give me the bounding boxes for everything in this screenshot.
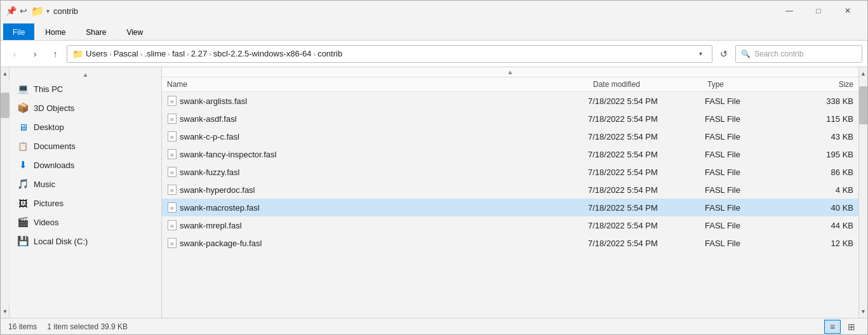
file-icon: ▤ xyxy=(167,185,177,195)
file-type: FASL File xyxy=(705,203,787,213)
file-icon-img: ▤ xyxy=(168,238,177,248)
table-row[interactable]: ▤swank-fancy-inspector.fasl7/18/2022 5:5… xyxy=(162,145,858,163)
right-scroll-thumb xyxy=(859,86,868,124)
sep6: › xyxy=(313,50,316,58)
file-name: swank-arglists.fasl xyxy=(180,96,585,106)
tab-file[interactable]: File xyxy=(3,23,34,40)
folder-address-icon: 📁 xyxy=(72,49,83,59)
breadcrumb-227: 2.27 xyxy=(191,49,207,58)
sidebar-item-this-pc[interactable]: 💻 This PC xyxy=(10,79,161,98)
address-dropdown-icon[interactable]: ▾ xyxy=(694,50,707,57)
sep5: › xyxy=(209,50,211,58)
file-name: swank-c-p-c.fasl xyxy=(180,132,585,141)
table-row[interactable]: ▤swank-package-fu.fasl7/18/2022 5:54 PMF… xyxy=(162,234,858,252)
refresh-button[interactable]: ↺ xyxy=(715,45,733,63)
file-name: swank-package-fu.fasl xyxy=(180,239,585,248)
file-name: swank-asdf.fasl xyxy=(180,114,585,124)
file-icon-img: ▤ xyxy=(168,202,177,213)
scroll-up-arrow[interactable]: ▲ xyxy=(1,67,10,80)
file-size: 195 KB xyxy=(790,150,853,159)
undo-icon[interactable]: ↩ xyxy=(18,6,29,16)
table-row[interactable]: ▤swank-hyperdoc.fasl7/18/2022 5:54 PMFAS… xyxy=(162,181,858,199)
file-icon: ▤ xyxy=(167,149,177,159)
table-row[interactable]: ▤swank-mrepl.fasl7/18/2022 5:54 PMFASL F… xyxy=(162,216,858,234)
sidebar-item-pictures[interactable]: 🖼 Pictures xyxy=(10,194,161,213)
breadcrumb-fasl: fasl xyxy=(172,49,185,58)
sidebar-item-documents[interactable]: 📋 Documents xyxy=(10,136,161,155)
table-row[interactable]: ▤swank-macrostep.fasl7/18/2022 5:54 PMFA… xyxy=(162,199,858,216)
table-row[interactable]: ▤swank-arglists.fasl7/18/2022 5:54 PMFAS… xyxy=(162,92,858,110)
desktop-label: Desktop xyxy=(34,122,64,132)
file-name: swank-fuzzy.fasl xyxy=(180,168,585,177)
right-scroll-track xyxy=(859,80,868,305)
sep2: › xyxy=(140,50,143,58)
minimize-button[interactable]: — xyxy=(775,1,804,21)
sidebar-item-downloads[interactable]: ⬇ Downloads xyxy=(10,155,161,174)
maximize-button[interactable]: □ xyxy=(804,1,833,21)
col-header-name[interactable]: Name xyxy=(167,80,593,89)
file-date: 7/18/2022 5:54 PM xyxy=(588,114,702,124)
forward-button[interactable]: › xyxy=(26,45,44,63)
music-label: Music xyxy=(34,180,55,189)
table-row[interactable]: ▤swank-asdf.fasl7/18/2022 5:54 PMFASL Fi… xyxy=(162,110,858,128)
this-pc-icon: 💻 xyxy=(17,83,29,95)
file-size: 12 KB xyxy=(790,239,853,248)
file-icon: ▤ xyxy=(167,220,177,230)
desktop-icon: 🖥 xyxy=(17,121,29,133)
col-header-type[interactable]: Type xyxy=(707,80,790,89)
col-header-size[interactable]: Size xyxy=(790,80,853,89)
scroll-down-arrow[interactable]: ▼ xyxy=(1,305,10,318)
sidebar: ▲ 💻 This PC 📦 3D Objects 🖥 Desktop 📋 Doc… xyxy=(10,67,162,318)
file-date: 7/18/2022 5:54 PM xyxy=(588,168,702,177)
view-controls: ≡ ⊞ xyxy=(824,320,860,334)
breadcrumb-contrib: contrib xyxy=(317,49,342,58)
file-date: 7/18/2022 5:54 PM xyxy=(588,203,702,213)
right-scroll-down[interactable]: ▼ xyxy=(859,305,868,318)
file-type: FASL File xyxy=(705,185,787,195)
tab-view[interactable]: View xyxy=(117,23,152,40)
file-date: 7/18/2022 5:54 PM xyxy=(588,132,702,141)
file-size: 86 KB xyxy=(790,168,853,177)
col-header-date[interactable]: Date modified xyxy=(593,80,707,89)
file-icon: ▤ xyxy=(167,238,177,248)
file-icon: ▤ xyxy=(167,131,177,141)
address-bar[interactable]: 📁 Users › Pascal › .slime › fasl › 2.27 … xyxy=(67,45,712,63)
file-icon: ▤ xyxy=(167,96,177,106)
sep3: › xyxy=(168,50,170,58)
videos-icon: 🎬 xyxy=(17,216,29,228)
right-scroll-up[interactable]: ▲ xyxy=(859,67,868,80)
item-count: 16 items xyxy=(8,322,37,331)
file-size: 4 KB xyxy=(790,185,853,195)
file-icon-img: ▤ xyxy=(168,167,177,177)
pictures-label: Pictures xyxy=(34,199,63,208)
sidebar-item-videos[interactable]: 🎬 Videos xyxy=(10,213,161,232)
table-row[interactable]: ▤swank-c-p-c.fasl7/18/2022 5:54 PMFASL F… xyxy=(162,128,858,145)
up-button[interactable]: ↑ xyxy=(46,45,64,63)
file-name: swank-mrepl.fasl xyxy=(180,221,585,230)
sidebar-item-local-disk-c[interactable]: 💾 Local Disk (C:) xyxy=(10,232,161,251)
right-scrollbar[interactable]: ▲ ▼ xyxy=(858,67,867,318)
back-button[interactable]: ‹ xyxy=(6,45,23,63)
local-disk-c-label: Local Disk (C:) xyxy=(34,237,88,246)
dropdown-arrow-icon[interactable]: ▾ xyxy=(46,8,50,15)
file-list-container: ▲ Name Date modified Type Size ▤swank-ar… xyxy=(162,67,858,318)
file-icon: ▤ xyxy=(167,167,177,177)
search-bar[interactable]: 🔍 Search contrib xyxy=(735,45,862,63)
file-date: 7/18/2022 5:54 PM xyxy=(588,96,702,106)
breadcrumb-slime: .slime xyxy=(144,49,166,58)
sidebar-item-music[interactable]: 🎵 Music xyxy=(10,174,161,194)
ribbon-tabs: File Home Share View xyxy=(1,21,867,40)
status-bar: 16 items 1 item selected 39.9 KB ≡ ⊞ xyxy=(1,318,867,334)
downloads-label: Downloads xyxy=(34,161,74,170)
table-row[interactable]: ▤swank-fuzzy.fasl7/18/2022 5:54 PMFASL F… xyxy=(162,163,858,181)
tab-home[interactable]: Home xyxy=(36,23,75,40)
close-button[interactable]: ✕ xyxy=(833,1,862,21)
sidebar-item-desktop[interactable]: 🖥 Desktop xyxy=(10,117,161,136)
sidebar-scrollbar[interactable]: ▲ ▼ xyxy=(1,67,10,318)
icons-view-button[interactable]: ⊞ xyxy=(843,320,860,334)
file-type: FASL File xyxy=(705,114,787,124)
sidebar-item-3d-objects[interactable]: 📦 3D Objects xyxy=(10,98,161,117)
details-view-button[interactable]: ≡ xyxy=(824,320,841,334)
tab-share[interactable]: Share xyxy=(76,23,116,40)
file-size: 44 KB xyxy=(790,221,853,230)
